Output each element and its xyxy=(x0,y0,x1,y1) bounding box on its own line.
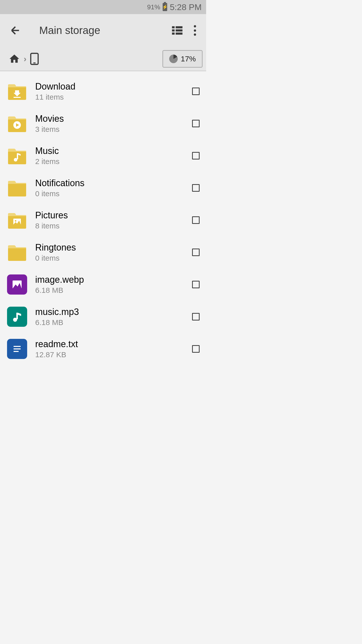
back-button[interactable] xyxy=(9,24,22,37)
breadcrumb-bar: › 17% xyxy=(0,47,206,71)
list-item[interactable]: Notifications 0 items xyxy=(0,172,206,204)
battery-percent: 91% xyxy=(147,3,160,11)
folder-icon xyxy=(7,179,27,197)
checkbox[interactable] xyxy=(192,216,200,224)
file-name: Notifications xyxy=(35,178,192,188)
file-info: Pictures 8 items xyxy=(35,210,192,230)
file-meta: 3 items xyxy=(35,125,192,134)
file-meta: 12.87 KB xyxy=(35,350,192,359)
file-name: Pictures xyxy=(35,210,192,221)
checkbox[interactable] xyxy=(192,313,200,320)
file-icon xyxy=(7,307,27,327)
file-meta: 8 items xyxy=(35,222,192,230)
checkbox[interactable] xyxy=(192,120,200,127)
file-meta: 6.18 MB xyxy=(35,286,192,295)
file-icon xyxy=(7,274,27,295)
svg-rect-8 xyxy=(14,97,21,98)
file-name: Movies xyxy=(35,113,192,124)
svg-rect-19 xyxy=(14,351,19,352)
status-bar: 91% ⚡ 5:28 PM xyxy=(0,0,206,14)
checkbox[interactable] xyxy=(192,152,200,159)
page-title: Main storage xyxy=(39,24,171,36)
checkbox[interactable] xyxy=(192,184,200,192)
svg-point-13 xyxy=(15,220,16,222)
svg-rect-0 xyxy=(172,26,174,28)
toolbar: Main storage xyxy=(0,14,206,47)
svg-rect-2 xyxy=(172,29,174,31)
folder-icon xyxy=(7,82,27,100)
svg-rect-16 xyxy=(16,313,18,319)
list-item[interactable]: readme.txt 12.87 KB xyxy=(0,333,206,365)
file-name: image.webp xyxy=(35,274,192,285)
file-meta: 0 items xyxy=(35,189,192,198)
file-list: Download 11 items Movies 3 items Music 2… xyxy=(0,71,206,365)
file-name: Download xyxy=(35,81,192,92)
view-toggle-button[interactable] xyxy=(171,24,184,37)
svg-rect-18 xyxy=(14,348,21,349)
list-item[interactable]: music.mp3 6.18 MB xyxy=(0,301,206,333)
chevron-icon: › xyxy=(24,54,26,64)
svg-rect-3 xyxy=(176,29,183,31)
file-name: Music xyxy=(35,146,192,156)
folder-icon xyxy=(7,147,27,165)
file-name: readme.txt xyxy=(35,339,192,349)
file-icon xyxy=(7,339,27,359)
file-meta: 2 items xyxy=(35,157,192,166)
list-item[interactable]: Download 11 items xyxy=(0,75,206,107)
list-item[interactable]: Pictures 8 items xyxy=(0,204,206,236)
file-info: music.mp3 6.18 MB xyxy=(35,307,192,327)
svg-rect-5 xyxy=(176,32,183,34)
file-meta: 11 items xyxy=(35,93,192,101)
checkbox[interactable] xyxy=(192,88,200,95)
file-info: Ringtones 0 items xyxy=(35,242,192,262)
svg-rect-17 xyxy=(14,346,21,347)
list-item[interactable]: Music 2 items xyxy=(0,140,206,172)
list-item[interactable]: image.webp 6.18 MB xyxy=(0,268,206,301)
list-item[interactable]: Movies 3 items xyxy=(0,107,206,140)
file-info: Notifications 0 items xyxy=(35,178,192,198)
folder-icon xyxy=(7,243,27,261)
folder-icon xyxy=(7,211,27,229)
list-item[interactable]: Ringtones 0 items xyxy=(0,236,206,268)
time-text: 5:28 PM xyxy=(170,2,202,12)
folder-icon xyxy=(7,114,27,133)
home-icon[interactable] xyxy=(9,53,20,65)
battery-icon: ⚡ xyxy=(163,3,167,11)
file-meta: 6.18 MB xyxy=(35,318,192,327)
file-name: Ringtones xyxy=(35,242,192,253)
storage-pie-icon xyxy=(169,55,178,63)
file-info: Movies 3 items xyxy=(35,113,192,134)
svg-point-10 xyxy=(14,158,17,162)
checkbox[interactable] xyxy=(192,249,200,256)
svg-rect-11 xyxy=(17,153,18,159)
checkbox[interactable] xyxy=(192,345,200,353)
file-info: image.webp 6.18 MB xyxy=(35,274,192,295)
storage-percent: 17% xyxy=(181,55,196,63)
device-icon[interactable] xyxy=(30,53,39,65)
svg-rect-1 xyxy=(176,26,183,28)
file-meta: 0 items xyxy=(35,254,192,262)
file-info: readme.txt 12.87 KB xyxy=(35,339,192,359)
file-info: Music 2 items xyxy=(35,146,192,166)
file-name: music.mp3 xyxy=(35,307,192,317)
file-info: Download 11 items xyxy=(35,81,192,101)
checkbox[interactable] xyxy=(192,281,200,288)
svg-rect-4 xyxy=(172,32,174,34)
storage-badge[interactable]: 17% xyxy=(162,50,203,68)
more-menu-button[interactable] xyxy=(194,25,196,36)
